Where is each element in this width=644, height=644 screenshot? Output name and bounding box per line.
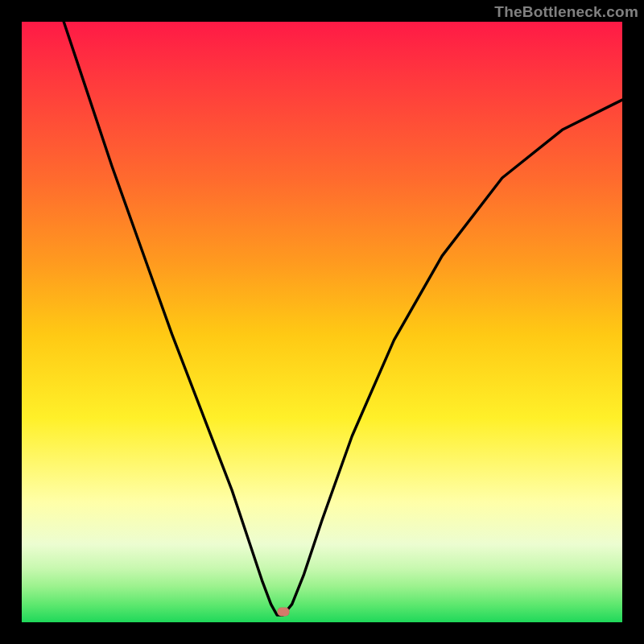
bottleneck-curve bbox=[22, 22, 622, 622]
plot-area bbox=[22, 22, 622, 622]
chart-frame: TheBottleneck.com bbox=[0, 0, 644, 644]
optimal-point-marker bbox=[277, 607, 289, 616]
watermark-text: TheBottleneck.com bbox=[494, 3, 638, 21]
